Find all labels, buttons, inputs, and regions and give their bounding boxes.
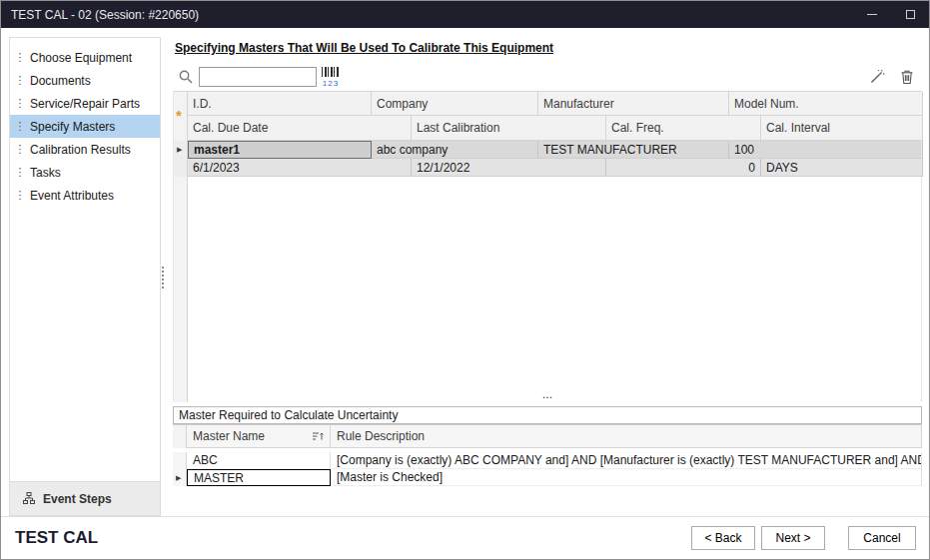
uncertainty-header-row: Master Name Rule Description xyxy=(173,424,922,448)
sidebar-item-service-repair-parts[interactable]: Service/Repair Parts xyxy=(10,92,160,115)
cell-rule-description[interactable]: [Company is (exactly) ABC COMPANY and] A… xyxy=(331,452,922,469)
current-row-indicator xyxy=(174,141,188,159)
row-indicator xyxy=(174,159,188,177)
new-row-marker-icon xyxy=(176,107,182,124)
sidebar-item-specify-masters[interactable]: Specify Masters xyxy=(10,115,160,138)
cell-cal-due-date[interactable]: 6/1/2023 xyxy=(188,159,412,177)
column-header-rule-description[interactable]: Rule Description xyxy=(331,425,922,448)
row-indicator-header xyxy=(173,425,187,448)
sidebar-item-label: Calibration Results xyxy=(30,143,131,157)
column-header-model-num[interactable]: Model Num. xyxy=(729,92,923,116)
barcode-bars xyxy=(322,67,340,77)
event-steps-label: Event Steps xyxy=(43,492,112,506)
wand-icon[interactable] xyxy=(869,69,885,85)
column-header-last-calibration[interactable]: Last Calibration xyxy=(412,116,606,141)
column-header-cal-interval[interactable]: Cal. Interval xyxy=(761,116,923,141)
column-header-company[interactable]: Company xyxy=(372,92,538,116)
drag-dots-icon xyxy=(10,143,30,156)
uncertainty-section-title: Master Required to Calculate Uncertainty xyxy=(173,406,922,424)
cell-cal-interval[interactable]: DAYS xyxy=(761,159,923,177)
uncertainty-grid: Master Name Rule Description ABC [Compan… xyxy=(173,424,922,486)
page-title: Specifying Masters That Will Be Used To … xyxy=(175,41,922,55)
drag-dots-icon xyxy=(10,120,30,133)
grid-band-row-1: I.D. Company Manufacturer Model Num. xyxy=(174,92,921,116)
current-row-indicator xyxy=(173,469,187,486)
cell-id[interactable]: master1 xyxy=(188,141,372,159)
sidebar-item-label: Tasks xyxy=(30,166,61,180)
drag-dots-icon xyxy=(10,97,30,110)
toolbar-right-icons xyxy=(869,69,922,85)
drag-dots-icon xyxy=(10,74,30,87)
footer-buttons: < Back Next > Cancel xyxy=(691,526,916,550)
cell-manufacturer[interactable]: TEST MANUFACTURER xyxy=(538,141,729,159)
sidebar-item-label: Documents xyxy=(30,74,91,88)
footer-bar: TEST CAL < Back Next > Cancel xyxy=(1,516,929,559)
column-header-master-name[interactable]: Master Name xyxy=(187,425,331,448)
step-list: Choose Equipment Documents Service/Repai… xyxy=(10,38,160,207)
grid-band-row-2: Cal. Due Date Last Calibration Cal. Freq… xyxy=(174,116,921,141)
maximize-icon xyxy=(906,10,915,19)
row-indicator-header xyxy=(174,92,188,116)
barcode-scan-icon[interactable]: 123 xyxy=(319,66,343,88)
column-header-cal-freq[interactable]: Cal. Freq. xyxy=(606,116,761,141)
sort-ascending-icon xyxy=(312,430,324,442)
table-row[interactable]: MASTER [Master is Checked] xyxy=(173,469,922,486)
sidebar-item-label: Event Attributes xyxy=(30,189,114,203)
cell-last-calibration[interactable]: 12/1/2022 xyxy=(412,159,606,177)
splitter-handle[interactable] xyxy=(162,267,166,288)
table-row[interactable]: 6/1/2023 12/1/2022 0 DAYS xyxy=(174,159,921,177)
table-row[interactable]: ABC [Company is (exactly) ABC COMPANY an… xyxy=(173,452,922,469)
table-row[interactable]: master1 abc company TEST MANUFACTURER 10… xyxy=(174,141,921,159)
sidebar-item-choose-equipment[interactable]: Choose Equipment xyxy=(10,46,160,69)
maximize-button[interactable] xyxy=(891,1,929,28)
main-panel: Specifying Masters That Will Be Used To … xyxy=(173,37,922,518)
app-window: TEST CAL - 02 (Session: #220650) Choose … xyxy=(0,0,930,560)
window-controls xyxy=(853,1,929,28)
title-bar: TEST CAL - 02 (Session: #220650) xyxy=(1,1,929,28)
grid-empty-area xyxy=(174,177,921,402)
cell-rule-description[interactable]: [Master is Checked] xyxy=(331,469,922,486)
drag-dots-icon xyxy=(10,166,30,179)
sidebar-item-label: Specify Masters xyxy=(30,120,115,134)
column-header-cal-due-date[interactable]: Cal. Due Date xyxy=(188,116,412,141)
minimize-icon xyxy=(867,14,877,15)
cell-master-name[interactable]: ABC xyxy=(187,452,331,469)
minimize-button[interactable] xyxy=(853,1,891,28)
cell-model-num[interactable]: 100 xyxy=(729,141,923,159)
drag-dots-icon xyxy=(10,189,30,202)
window-title: TEST CAL - 02 (Session: #220650) xyxy=(11,8,199,22)
event-steps-button[interactable]: Event Steps xyxy=(10,481,160,515)
sitemap-icon xyxy=(22,492,36,505)
back-button[interactable]: < Back xyxy=(691,526,755,550)
row-indicator xyxy=(173,452,187,469)
grid-toolbar: 123 xyxy=(173,62,922,92)
next-button[interactable]: Next > xyxy=(761,526,825,550)
app-name: TEST CAL xyxy=(15,528,98,548)
search-input[interactable] xyxy=(199,67,317,87)
wizard-step-sidebar: Choose Equipment Documents Service/Repai… xyxy=(9,37,161,516)
master-name-editor-cell[interactable]: MASTER xyxy=(187,469,331,486)
cell-cal-freq[interactable]: 0 xyxy=(606,159,761,177)
row-indicator-strip xyxy=(174,177,188,402)
drag-dots-icon xyxy=(10,51,30,64)
masters-grid: I.D. Company Manufacturer Model Num. Cal… xyxy=(173,91,922,402)
column-header-id[interactable]: I.D. xyxy=(188,92,372,116)
master-name-header-label: Master Name xyxy=(193,429,265,443)
cell-company[interactable]: abc company xyxy=(372,141,538,159)
sidebar-item-label: Service/Repair Parts xyxy=(30,97,140,111)
sidebar-item-tasks[interactable]: Tasks xyxy=(10,161,160,184)
sidebar-item-label: Choose Equipment xyxy=(30,51,132,65)
column-header-manufacturer[interactable]: Manufacturer xyxy=(538,92,729,116)
search-icon[interactable] xyxy=(173,69,199,86)
sidebar-item-documents[interactable]: Documents xyxy=(10,69,160,92)
sidebar-item-event-attributes[interactable]: Event Attributes xyxy=(10,184,160,207)
cancel-button[interactable]: Cancel xyxy=(848,526,916,550)
sidebar-item-calibration-results[interactable]: Calibration Results xyxy=(10,138,160,161)
delete-icon[interactable] xyxy=(900,69,914,85)
barcode-label: 123 xyxy=(319,79,343,88)
